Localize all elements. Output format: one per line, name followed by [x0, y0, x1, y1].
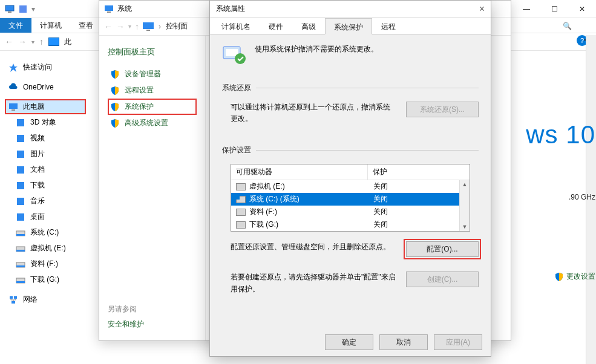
svg-rect-12 — [17, 213, 24, 221]
address-pc-icon — [48, 37, 59, 46]
close-button[interactable]: × — [479, 4, 485, 15]
sidebar-item[interactable]: 3D 对象 — [5, 115, 86, 130]
tab-3[interactable]: 系统保护 — [325, 18, 372, 34]
svg-rect-25 — [107, 11, 111, 13]
configure-button[interactable]: 配置(O)... — [406, 241, 479, 257]
sidebar-item[interactable]: 资料 (F:) — [5, 256, 86, 271]
drive-row[interactable]: 下载 (G:)关闭 — [231, 218, 459, 231]
system-title: 系统 — [117, 4, 132, 14]
pc-icon — [5, 4, 15, 14]
sidebar-item[interactable]: 音乐 — [5, 193, 86, 209]
svg-rect-27 — [146, 30, 150, 31]
sidebar-onedrive[interactable]: OneDrive — [5, 80, 86, 94]
sidebar-item[interactable]: 系统 (C:) — [5, 225, 86, 240]
sidebar-item[interactable]: 图片 — [5, 146, 86, 161]
cp-sidebar: 控制面板主页 设备管理器远程设置系统保护高级系统设置 另请参阅 安全和维护 — [99, 36, 206, 340]
drive-list[interactable]: 可用驱动器 保护 虚拟机 (E:)关闭系统 (C:) (系统)关闭资料 (F:)… — [231, 164, 470, 232]
drive-icon — [236, 196, 246, 203]
cp-home-heading: 控制面板主页 — [108, 47, 197, 57]
shield-icon — [110, 102, 120, 112]
breadcrumb[interactable]: 控制面 — [166, 21, 188, 31]
shield-icon — [110, 86, 120, 96]
pc-icon — [143, 22, 154, 31]
system-restore-button[interactable]: 系统还原(S)... — [406, 102, 479, 117]
see-also-link[interactable]: 安全和维护 — [108, 319, 144, 330]
sidebar-quick-access[interactable]: 快速访问 — [5, 60, 86, 75]
sidebar-item[interactable]: 桌面 — [5, 209, 86, 224]
close-button[interactable]: ✕ — [568, 0, 596, 18]
sidebar-item[interactable]: 视频 — [5, 131, 86, 146]
cloud-icon — [8, 82, 18, 92]
tab-2[interactable]: 高级 — [292, 18, 325, 34]
svg-rect-4 — [9, 103, 18, 109]
pc-icon — [8, 102, 18, 112]
svg-rect-14 — [16, 234, 25, 236]
intro-text: 使用系统保护撤消不需要的系统更改。 — [255, 44, 378, 54]
system-properties-dialog: 系统属性 × 计算机名硬件高级系统保护远程 使用系统保护撤消不需要的系统更改。 … — [209, 0, 491, 357]
history-dropdown[interactable]: ▾ — [31, 39, 34, 45]
svg-rect-18 — [16, 265, 25, 267]
tab-4[interactable]: 远程 — [372, 18, 405, 34]
svg-rect-5 — [11, 109, 15, 111]
network-icon — [8, 295, 18, 305]
dialog-footer: 确定 取消 应用(A) — [325, 334, 482, 350]
dialog-tabs: 计算机名硬件高级系统保护远程 — [210, 18, 491, 34]
computer-tab[interactable]: 计算机 — [31, 18, 70, 33]
svg-rect-1 — [8, 11, 11, 13]
protection-heading: 保护设置 — [222, 145, 251, 155]
save-icon — [18, 4, 28, 14]
drive-icon — [236, 183, 246, 190]
view-tab[interactable]: 查看 — [70, 18, 102, 33]
svg-rect-11 — [17, 198, 24, 205]
apply-button[interactable]: 应用(A) — [434, 334, 482, 350]
restore-desc: 可以通过将计算机还原到上一个还原点，撤消系统更改。 — [231, 102, 396, 125]
drive-row[interactable]: 虚拟机 (E:)关闭 — [231, 180, 459, 193]
maximize-button[interactable]: ☐ — [540, 0, 568, 18]
ok-button[interactable]: 确定 — [325, 334, 373, 350]
shield-icon — [554, 272, 564, 282]
system-icon — [104, 4, 114, 14]
sidebar-network[interactable]: 网络 — [5, 292, 86, 307]
minimize-button[interactable]: — — [512, 0, 540, 18]
cancel-button[interactable]: 取消 — [379, 334, 428, 350]
svg-rect-6 — [17, 119, 24, 126]
back-button[interactable]: ← — [104, 22, 113, 31]
sidebar-item[interactable]: 下载 — [5, 178, 86, 193]
up-button[interactable]: ↑ — [135, 22, 139, 31]
cp-link-3[interactable]: 高级系统设置 — [108, 115, 197, 131]
drive-row[interactable]: 资料 (F:)关闭 — [231, 206, 459, 218]
svg-point-30 — [235, 53, 246, 64]
history-dropdown[interactable]: ▾ — [128, 23, 131, 30]
sidebar-item[interactable]: 虚拟机 (E:) — [5, 241, 86, 256]
create-button[interactable]: 创建(C)... — [406, 271, 479, 287]
sidebar-item[interactable]: 文档 — [5, 162, 86, 177]
dialog-titlebar: 系统属性 × — [210, 1, 491, 18]
change-settings-link[interactable]: 更改设置 — [554, 271, 595, 282]
svg-rect-8 — [17, 151, 24, 158]
forward-button[interactable]: → — [18, 37, 27, 47]
sidebar-item[interactable]: 下载 (G:) — [5, 272, 86, 287]
list-scrollbar[interactable]: ▲▼ — [459, 180, 470, 231]
forward-button[interactable]: → — [116, 22, 125, 31]
cp-link-1[interactable]: 远程设置 — [108, 82, 197, 99]
cp-link-0[interactable]: 设备管理器 — [108, 66, 197, 82]
shield-icon — [110, 70, 120, 79]
sidebar-this-pc[interactable]: 此电脑 — [5, 99, 86, 114]
dialog-title: 系统属性 — [216, 4, 245, 14]
tab-1[interactable]: 硬件 — [260, 18, 292, 34]
svg-rect-20 — [16, 281, 25, 283]
col-status: 保护 — [368, 164, 459, 180]
search-icon[interactable]: 🔍 — [563, 22, 572, 30]
up-button[interactable]: ↑ — [39, 37, 44, 47]
svg-rect-9 — [17, 166, 24, 174]
system-protection-icon — [222, 44, 246, 65]
cp-link-2[interactable]: 系统保护 — [108, 99, 197, 115]
file-tab[interactable]: 文件 — [0, 18, 31, 33]
address-text: 此 — [64, 37, 71, 47]
svg-rect-7 — [17, 135, 24, 142]
back-button[interactable]: ← — [5, 37, 13, 47]
create-desc: 若要创建还原点，请先选择驱动器并单击"配置"来启用保护。 — [231, 271, 396, 294]
tab-0[interactable]: 计算机名 — [212, 18, 260, 34]
drive-row[interactable]: 系统 (C:) (系统)关闭 — [231, 193, 459, 206]
svg-rect-29 — [226, 49, 238, 56]
